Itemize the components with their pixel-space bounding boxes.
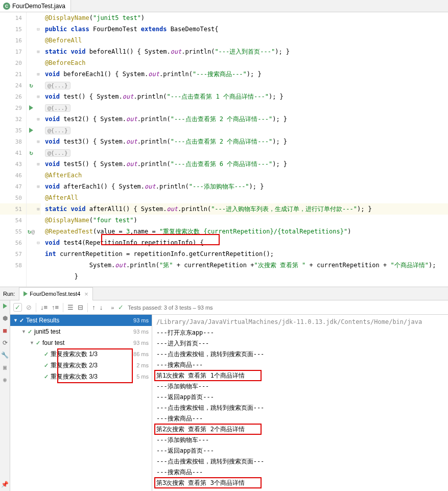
test-tree[interactable]: ▼✓Test Results93 ms▼✓junit5 test93 ms▼✓f… (10, 315, 152, 491)
editor-tab-bar: C FourDemoTest.java (0, 0, 448, 12)
tree-time: 2 ms (136, 362, 149, 368)
sort-up-icon[interactable]: ↑≡ (52, 303, 59, 311)
check-icon: ✓ (36, 340, 40, 346)
camera-icon[interactable]: ◉ (2, 376, 9, 383)
run-panel-header: Run: FourDemoTest.test4 × (0, 287, 448, 300)
disabled-icon[interactable]: ⊘ (26, 303, 32, 311)
collapse-icon[interactable]: ⊟ (78, 303, 83, 311)
console-line: ---点击搜索按钮，跳转到搜索页面--- (156, 349, 444, 360)
console-line: 第2次搜索 查看第 2个商品详情 (156, 424, 444, 435)
run-icon[interactable] (2, 302, 9, 310)
console-line: ---进入到首页--- (156, 338, 444, 349)
console-line: 第3次搜索 查看第 3个商品详情 (156, 478, 444, 488)
console-line: ---打开京东app--- (156, 328, 444, 338)
tree-row[interactable]: ✓重复搜索次数 1/386 ms (10, 348, 152, 360)
editor-tab[interactable]: C FourDemoTest.java (0, 0, 71, 12)
run-tab-label: FourDemoTest.test4 (30, 291, 80, 297)
console-output[interactable]: /Library/Java/JavaVirtualMachines/jdk-11… (152, 315, 448, 491)
run-panel: Run: FourDemoTest.test4 × ⬢ ■ ⟳ 🔧 ▣ ◉ 📌 … (0, 287, 448, 491)
tree-time: 93 ms (133, 329, 149, 335)
run-label: Run: (3, 291, 15, 297)
check-icon[interactable]: ✓ (13, 303, 22, 312)
cycle-gutter-icon[interactable]: ↻ (29, 82, 33, 89)
fold-gutter: ⊟⊞⊞⊞⊞⊞⊞⊞⊞⊟ (36, 12, 41, 287)
console-header: /Library/Java/JavaVirtualMachines/jdk-11… (156, 317, 444, 328)
console-line: ---搜索商品--- (156, 413, 444, 424)
tree-label: 重复搜索次数 2/3 (51, 361, 98, 370)
run-gutter-icon[interactable] (29, 105, 33, 110)
tree-row[interactable]: ✓重复搜索次数 2/32 ms (10, 360, 152, 371)
next-icon[interactable]: ↓ (100, 303, 103, 311)
fold-collapsed-icon[interactable]: ⊞ (37, 161, 39, 167)
console-line: ---返回app首页--- (156, 446, 444, 456)
history-icon[interactable]: ⟳ (2, 339, 9, 346)
at-icon: @ (31, 228, 35, 235)
stop-icon[interactable]: ■ (2, 327, 9, 334)
console-line: ---返回app首页--- (156, 392, 444, 403)
line-number-gutter: 1415161720212426293235384143464750515455… (0, 12, 27, 287)
tree-time: 93 ms (133, 340, 149, 346)
check-icon: ✓ (19, 317, 24, 324)
console-line: ---搜索商品--- (156, 360, 444, 370)
fold-collapsed-icon[interactable]: ⊞ (37, 49, 39, 54)
console-line: ---添加购物车--- (156, 381, 444, 392)
tree-label: four test (42, 339, 64, 346)
fold-collapsed-icon[interactable]: ⊞ (37, 139, 39, 144)
code-content[interactable]: @DisplayName("junit5 test") public class… (41, 12, 448, 287)
close-icon[interactable]: × (84, 290, 88, 298)
fold-collapsed-icon[interactable]: ⊞ (37, 94, 39, 99)
cycle-gutter-icon[interactable]: ↻ (29, 149, 33, 156)
run-toolbar: ✓ ⊘ ↓≡ ↑≡ ☰ ⊟ ↑ ↓ » ✓ Tests passed: 3 of… (10, 300, 448, 315)
pin-icon[interactable]: 📌 (2, 481, 9, 488)
fold-collapsed-icon[interactable]: ⊞ (37, 184, 39, 189)
tree-label: 重复搜索次数 1/3 (51, 350, 98, 359)
prev-icon[interactable]: ↑ (92, 303, 96, 311)
cycle-gutter-icon[interactable]: ↻ (28, 228, 31, 235)
tree-label: junit5 test (34, 328, 60, 335)
run-gutter-icon[interactable] (29, 128, 33, 133)
run-tab[interactable]: FourDemoTest.test4 × (19, 287, 93, 300)
console-line: ---点击搜索按钮，跳转到搜索页面--- (156, 403, 444, 413)
tree-row[interactable]: ✓重复搜索次数 3/35 ms (10, 371, 152, 382)
run-left-toolbar: ⬢ ■ ⟳ 🔧 ▣ ◉ 📌 (0, 300, 10, 491)
fold-collapsed-icon[interactable]: ⊞ (37, 206, 39, 212)
check-icon: ✓ (44, 362, 49, 369)
console-line: ---搜索商品--- (156, 467, 444, 478)
run-icon (23, 291, 28, 296)
run-marks-gutter: ↻↻↻@ (27, 12, 36, 287)
tree-time: 86 ms (133, 351, 149, 357)
tree-label: Test Results (26, 317, 59, 324)
tree-row[interactable]: ▼✓four test93 ms (10, 337, 152, 348)
java-class-icon: C (3, 3, 10, 10)
tree-time: 93 ms (133, 317, 149, 323)
run-body: ⬢ ■ ⟳ 🔧 ▣ ◉ 📌 ✓ ⊘ ↓≡ ↑≡ ☰ ⊟ ↑ ↓ » ✓ (0, 300, 448, 491)
console-line: ---点击搜索按钮，跳转到搜索页面--- (156, 456, 444, 467)
tree-row[interactable]: ▼✓Test Results93 ms (10, 315, 152, 326)
debug-icon[interactable]: ⬢ (2, 315, 9, 322)
editor-tab-label: FourDemoTest.java (12, 3, 65, 10)
check-icon: ✓ (44, 373, 49, 380)
check-icon: ✓ (28, 329, 32, 335)
tree-time: 5 ms (136, 373, 149, 380)
fold-collapsed-icon[interactable]: ⊞ (37, 72, 39, 77)
fold-expanded-icon[interactable]: ⊟ (37, 240, 39, 245)
expand-icon[interactable]: ☰ (67, 303, 74, 311)
fold-expanded-icon[interactable]: ⊟ (37, 27, 39, 32)
wrench-icon[interactable]: 🔧 (2, 352, 9, 359)
console-line: 第1次搜索 查看第 1个商品详情 (156, 370, 444, 381)
sort-down-icon[interactable]: ↓≡ (40, 303, 48, 311)
printer-icon[interactable]: ▣ (2, 364, 9, 371)
console-line: ---添加购物车--- (156, 435, 444, 446)
tree-row[interactable]: ▼✓junit5 test93 ms (10, 326, 152, 337)
test-status: Tests passed: 3 of 3 tests – 93 ms (128, 305, 213, 311)
code-editor[interactable]: 1415161720212426293235384143464750515455… (0, 12, 448, 287)
check-icon: ✓ (44, 351, 49, 358)
fold-collapsed-icon[interactable]: ⊞ (37, 116, 39, 122)
tree-label: 重复搜索次数 3/3 (51, 372, 98, 381)
